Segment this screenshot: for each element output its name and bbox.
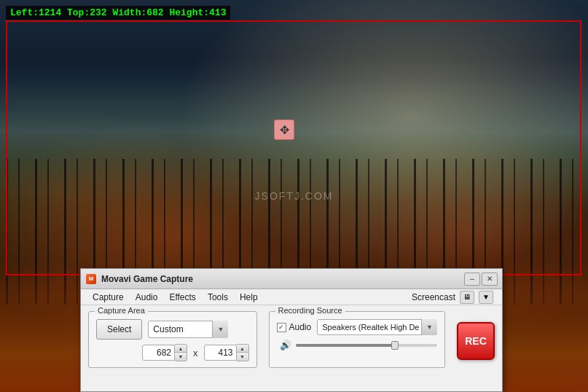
height-input[interactable]	[204, 345, 237, 361]
height-increment-button[interactable]: ▲	[237, 345, 248, 353]
title-bar-controls: – ✕	[464, 273, 498, 286]
menu-help[interactable]: Help	[234, 291, 264, 304]
title-bar: M Movavi Game Capture – ✕	[81, 269, 502, 289]
coords-overlay: Left:1214 Top:232 Width:682 Height:413	[6, 6, 230, 20]
recording-source-section: Recording Source ✓ Audio Speakers (Realt…	[269, 311, 446, 368]
height-spinner-buttons: ▲ ▼	[237, 344, 249, 361]
rec-button[interactable]: REC	[457, 322, 495, 360]
audio-checkbox[interactable]: ✓	[277, 323, 286, 332]
capture-section-title: Capture Area	[95, 306, 148, 315]
volume-icon: 🔊	[280, 340, 291, 350]
menu-audio[interactable]: Audio	[130, 291, 164, 304]
move-cursor-icon[interactable]: ✥	[274, 119, 294, 140]
custom-dropdown-container: Custom ▼	[148, 321, 228, 338]
app-icon-inner: M	[86, 274, 96, 284]
app-icon: M	[85, 273, 97, 285]
volume-fill	[296, 344, 395, 347]
capture-row1: Select Custom ▼	[96, 319, 249, 340]
audio-checkbox-group: ✓ Audio	[277, 322, 312, 332]
menu-capture[interactable]: Capture	[87, 291, 130, 304]
minimize-button[interactable]: –	[464, 273, 480, 286]
menu-effects[interactable]: Effects	[163, 291, 201, 304]
screencast-label: Screencast	[412, 292, 455, 302]
main-content: Capture Area Select Custom ▼ ▲ ▼	[81, 305, 502, 374]
close-button[interactable]: ✕	[482, 273, 498, 286]
height-spinner: ▲ ▼	[204, 344, 249, 361]
audio-source-dropdown: Speakers (Realtek High Defini ▼	[317, 319, 437, 335]
screencast-monitor-button[interactable]: 🖥	[460, 291, 474, 304]
app-window: M Movavi Game Capture – ✕ Capture Audio …	[80, 268, 503, 392]
volume-row: 🔊	[277, 340, 438, 350]
width-spinner-buttons: ▲ ▼	[175, 344, 187, 361]
move-cursor[interactable]: ✥	[273, 119, 295, 141]
dimension-separator: x	[193, 348, 198, 358]
width-spinner: ▲ ▼	[142, 344, 187, 361]
audio-row: ✓ Audio Speakers (Realtek High Defini ▼	[277, 319, 438, 335]
width-increment-button[interactable]: ▲	[175, 345, 187, 353]
menu-tools[interactable]: Tools	[202, 291, 234, 304]
capture-preset-select[interactable]: Custom	[148, 321, 228, 338]
width-input[interactable]	[142, 345, 175, 361]
volume-thumb[interactable]	[391, 341, 399, 350]
audio-label: Audio	[289, 322, 312, 332]
window-title: Movavi Game Capture	[101, 274, 464, 284]
capture-area-section: Capture Area Select Custom ▼ ▲ ▼	[88, 311, 257, 368]
audio-source-select[interactable]: Speakers (Realtek High Defini	[317, 319, 437, 335]
screencast-area: Screencast 🖥 ▼	[412, 291, 493, 304]
width-decrement-button[interactable]: ▼	[175, 353, 187, 361]
volume-slider[interactable]	[296, 344, 438, 347]
select-button[interactable]: Select	[96, 319, 142, 340]
height-decrement-button[interactable]: ▼	[237, 353, 248, 361]
screencast-dropdown-button[interactable]: ▼	[479, 291, 493, 304]
recording-section-title: Recording Source	[275, 306, 345, 315]
capture-row2: ▲ ▼ x ▲ ▼	[142, 344, 249, 361]
menu-bar: Capture Audio Effects Tools Help Screenc…	[81, 289, 502, 305]
